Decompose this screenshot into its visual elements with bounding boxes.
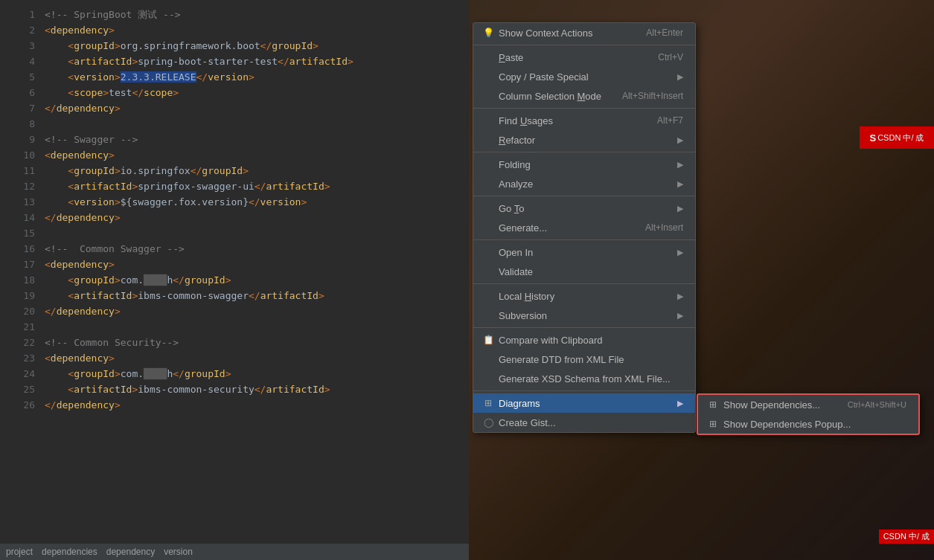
menu-item-local-history[interactable]: Local History ▶: [473, 286, 695, 306]
submenu-arrow: ▶: [677, 399, 683, 408]
code-line: <dependency>: [45, 257, 461, 273]
column-icon: [482, 90, 494, 102]
menu-item-show-context-actions[interactable]: 💡 Show Context Actions Alt+Enter: [473, 23, 695, 42]
status-dependencies[interactable]: dependencies: [42, 547, 97, 557]
code-editor: 1 2 3 4 5 6 7 8 9 10 11 12 13 14 15 16 1…: [0, 0, 469, 560]
history-icon: [482, 290, 494, 302]
menu-separator: [473, 390, 695, 391]
menu-separator: [473, 108, 695, 109]
code-line: <!-- Common Security-->: [45, 335, 461, 351]
code-line: </dependency>: [45, 210, 461, 226]
menu-item-find-usages[interactable]: Find Usages Alt+F7: [473, 111, 695, 130]
menu-separator: [473, 152, 695, 152]
menu-item-create-gist[interactable]: ◯ Create Gist...: [473, 413, 695, 432]
copy-icon: [482, 71, 494, 83]
code-line: <scope>test</scope>: [45, 86, 461, 101]
code-line: <!-- SpringBoot 测试 -->: [45, 7, 461, 23]
code-line: </dependency>: [45, 304, 461, 320]
find-icon: [482, 115, 494, 126]
code-line: <dependency>: [45, 148, 461, 164]
menu-item-analyze[interactable]: Analyze ▶: [473, 174, 695, 193]
code-line: <artifactId>springfox-swagger-ui</artifa…: [45, 179, 461, 195]
code-line: [45, 117, 461, 132]
submenu-arrow: ▶: [677, 292, 683, 301]
menu-separator: [473, 283, 695, 284]
code-line: <groupId>com.████h</groupId>: [45, 273, 461, 289]
diagram-icon: ⊞: [482, 397, 494, 409]
subversion-icon: [482, 309, 494, 321]
menu-item-open-in[interactable]: Open In ▶: [473, 242, 695, 262]
submenu-arrow: ▶: [677, 204, 683, 213]
code-line: </dependency>: [45, 101, 461, 117]
context-menu: 💡 Show Context Actions Alt+Enter Paste C…: [473, 22, 696, 433]
menu-item-copy-paste-special[interactable]: Copy / Paste Special ▶: [473, 67, 695, 86]
goto-icon: [482, 202, 494, 214]
open-icon: [482, 246, 494, 258]
code-line-highlight: <version>2.3.3.RELEASE</version>: [45, 70, 461, 86]
csdn-badge-bottom: CSDN 中/ 成: [879, 530, 934, 544]
deps-icon: ⊞: [707, 399, 719, 411]
code-line: <dependency>: [45, 23, 461, 39]
diagrams-submenu: ⊞ Show Dependencies... Ctrl+Alt+Shift+U …: [697, 393, 920, 435]
compare-icon: 📋: [482, 334, 494, 346]
folding-icon: [482, 158, 494, 170]
status-dependency[interactable]: dependency: [106, 547, 155, 557]
code-line: </dependency>: [45, 398, 461, 413]
status-version[interactable]: version: [164, 547, 193, 557]
code-line: <groupId>io.springfox</groupId>: [45, 164, 461, 179]
submenu-arrow: ▶: [677, 179, 683, 189]
submenu-arrow: ▶: [677, 72, 683, 82]
menu-item-generate-xsd[interactable]: Generate XSD Schema from XML File...: [473, 369, 695, 388]
analyze-icon: [482, 178, 494, 190]
code-line: [45, 320, 461, 335]
code-line: <artifactId>ibms-common-security</artifa…: [45, 382, 461, 398]
generate-icon: [482, 222, 494, 234]
menu-separator: [473, 45, 695, 45]
submenu-arrow: ▶: [677, 135, 683, 145]
menu-item-generate-dtd[interactable]: Generate DTD from XML File: [473, 350, 695, 369]
status-bar: project dependencies dependency version: [0, 544, 469, 560]
code-line: <groupId>com.████h</groupId>: [45, 367, 461, 382]
code-line: <!-- Common Swagger -->: [45, 242, 461, 257]
submenu-arrow: ▶: [677, 311, 683, 321]
csdn-badge-top: S CSDN 中/ 成: [860, 126, 934, 149]
xsd-icon: [482, 373, 494, 384]
refactor-icon: [482, 134, 494, 146]
code-content[interactable]: <!-- SpringBoot 测试 --> <dependency> <gro…: [0, 0, 469, 431]
submenu-item-show-deps[interactable]: ⊞ Show Dependencies... Ctrl+Alt+Shift+U: [698, 395, 918, 414]
dtd-icon: [482, 353, 494, 365]
menu-separator: [473, 239, 695, 240]
submenu-arrow: ▶: [677, 160, 683, 170]
menu-item-generate[interactable]: Generate... Alt+Insert: [473, 218, 695, 237]
code-line: <artifactId>ibms-common-swagger</artifac…: [45, 289, 461, 304]
validate-icon: [482, 265, 494, 277]
menu-separator: [473, 327, 695, 328]
menu-item-column-selection[interactable]: Column Selection Mode Alt+Shift+Insert: [473, 86, 695, 106]
paste-icon: [482, 51, 494, 63]
code-line: <dependency>: [45, 351, 461, 367]
code-line: <artifactId>spring-boot-starter-test</ar…: [45, 54, 461, 70]
code-line: <!-- Swagger -->: [45, 132, 461, 148]
menu-item-paste[interactable]: Paste Ctrl+V: [473, 48, 695, 67]
menu-item-subversion[interactable]: Subversion ▶: [473, 306, 695, 325]
gist-icon: ◯: [482, 416, 494, 428]
submenu-item-show-deps-popup[interactable]: ⊞ Show Dependencies Popup...: [698, 414, 918, 434]
menu-item-refactor[interactable]: Refactor ▶: [473, 130, 695, 149]
menu-separator: [473, 196, 695, 196]
menu-item-folding[interactable]: Folding ▶: [473, 155, 695, 174]
code-line: <version>${swagger.fox.version}</version…: [45, 195, 461, 210]
submenu-arrow: ▶: [677, 248, 683, 257]
status-project[interactable]: project: [6, 547, 33, 557]
menu-item-validate[interactable]: Validate: [473, 262, 695, 281]
menu-item-goto[interactable]: Go To ▶: [473, 199, 695, 218]
code-line: <groupId>org.springframework.boot</group…: [45, 39, 461, 54]
lightbulb-icon: 💡: [482, 27, 494, 39]
code-line: [45, 226, 461, 242]
deps-popup-icon: ⊞: [707, 418, 719, 430]
menu-item-diagrams[interactable]: ⊞ Diagrams ▶: [473, 393, 695, 413]
menu-item-compare-clipboard[interactable]: 📋 Compare with Clipboard: [473, 330, 695, 350]
